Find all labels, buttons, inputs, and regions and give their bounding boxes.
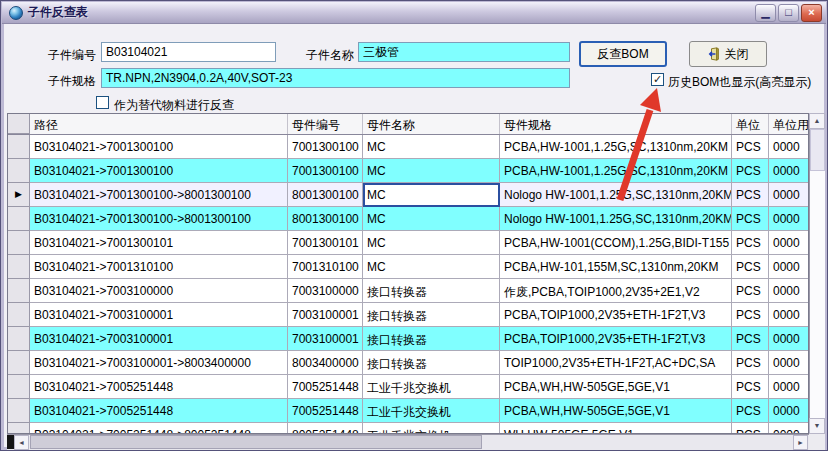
cell-unit[interactable]: PCS	[732, 279, 769, 303]
cell-unit-qty[interactable]: 0000	[769, 183, 809, 207]
cell-parent-spec[interactable]: PCBA,WH,HW-505GE,5GE,V1	[500, 375, 732, 399]
child-no-input[interactable]	[101, 42, 276, 62]
cell-parent-name[interactable]: 接口转换器	[363, 327, 500, 351]
cell-unit-qty[interactable]: 0000	[769, 351, 809, 375]
cell-parent-no[interactable]: 7003100001	[288, 327, 363, 351]
close-icon[interactable]: ×	[801, 4, 822, 22]
cell-parent-no[interactable]: 8001300100	[288, 207, 363, 231]
cell-parent-name[interactable]: MC	[363, 183, 500, 207]
cell-parent-no[interactable]: 7003100001	[288, 303, 363, 327]
substitute-checkbox[interactable]: ✓	[96, 96, 109, 109]
row-gutter-cell[interactable]	[8, 207, 30, 231]
cell-path[interactable]: B03104021->7001300100->8001300100	[30, 207, 288, 231]
scroll-right-icon[interactable]: ►	[793, 435, 808, 450]
row-gutter-cell[interactable]	[8, 375, 30, 399]
row-gutter-cell[interactable]	[8, 303, 30, 327]
cell-parent-spec[interactable]: PCBA,TOIP1000,2V35+ETH-1F2T,V3	[500, 303, 732, 327]
cell-path[interactable]: B03104021->7003100001	[30, 303, 288, 327]
cell-path[interactable]: B03104021->7001300100	[30, 159, 288, 183]
cell-parent-spec[interactable]: Nologo HW-1001,1.25G,SC,1310nm,20KM	[500, 207, 732, 231]
row-gutter-cell[interactable]	[8, 255, 30, 279]
cell-unit-qty[interactable]: 0000	[769, 207, 809, 231]
col-header-unit-qty[interactable]: 单位用量	[769, 114, 809, 134]
cell-parent-no[interactable]: 7001310100	[288, 255, 363, 279]
row-gutter-cell[interactable]	[8, 159, 30, 183]
cell-unit[interactable]: PCS	[732, 183, 769, 207]
cell-path[interactable]: B03104021->7001300100->8001300100	[30, 183, 288, 207]
cell-parent-name[interactable]: MC	[363, 135, 500, 159]
cell-path[interactable]: B03104021->7003100001->8003400000	[30, 351, 288, 375]
row-gutter-cell[interactable]	[8, 351, 30, 375]
col-header-unit[interactable]: 单位	[732, 114, 769, 134]
cell-parent-name[interactable]: 工业千兆交换机	[363, 423, 500, 434]
cell-unit[interactable]: PCS	[732, 255, 769, 279]
close-button[interactable]: 关闭	[689, 41, 767, 67]
cell-parent-name[interactable]: MC	[363, 231, 500, 255]
cell-parent-name[interactable]: 接口转换器	[363, 279, 500, 303]
reverse-bom-button[interactable]: 反查BOM	[579, 41, 667, 67]
minimize-icon[interactable]: ▁	[755, 4, 776, 22]
cell-parent-spec[interactable]: WH,HW-505GE,5GE,V1	[500, 423, 732, 434]
cell-parent-name[interactable]: 接口转换器	[363, 351, 500, 375]
cell-parent-name[interactable]: MC	[363, 255, 500, 279]
col-header-parent-no[interactable]: 母件编号	[288, 114, 363, 134]
cell-unit-qty[interactable]: 0000	[769, 135, 809, 159]
cell-parent-no[interactable]: 7001300100	[288, 159, 363, 183]
cell-unit-qty[interactable]: 0000	[769, 255, 809, 279]
cell-unit[interactable]: PCS	[732, 231, 769, 255]
maximize-icon[interactable]: □	[778, 4, 799, 22]
cell-parent-spec[interactable]: PCBA,HW-101,155M,SC,1310nm,20KM	[500, 255, 732, 279]
cell-unit-qty[interactable]: 0000	[769, 303, 809, 327]
cell-parent-name[interactable]: MC	[363, 159, 500, 183]
row-gutter-cell[interactable]: ▶	[8, 183, 30, 207]
row-gutter-cell[interactable]	[8, 135, 30, 159]
cell-path[interactable]: B03104021->7003100000	[30, 279, 288, 303]
cell-parent-spec[interactable]: PCBA,HW-1001(CCOM),1.25G,BIDI-T155	[500, 231, 732, 255]
cell-parent-spec[interactable]: PCBA,HW-1001,1.25G,SC,1310nm,20KM	[500, 159, 732, 183]
cell-parent-no[interactable]: 7003100000	[288, 279, 363, 303]
row-gutter-cell[interactable]	[8, 231, 30, 255]
cell-unit[interactable]: PCS	[732, 375, 769, 399]
cell-parent-spec[interactable]: 作废,PCBA,TOIP1000,2V35+2E1,V2	[500, 279, 732, 303]
cell-path[interactable]: B03104021->7005251448	[30, 375, 288, 399]
cell-parent-no[interactable]: 7005251448	[288, 375, 363, 399]
cell-unit-qty[interactable]: 0000	[769, 231, 809, 255]
cell-parent-name[interactable]: 接口转换器	[363, 303, 500, 327]
cell-unit[interactable]: PCS	[732, 135, 769, 159]
cell-path[interactable]: B03104021->7001300100	[30, 135, 288, 159]
cell-unit-qty[interactable]: 0000	[769, 159, 809, 183]
row-gutter-cell[interactable]	[8, 399, 30, 423]
col-header-parent-spec[interactable]: 母件规格	[500, 114, 732, 134]
cell-unit-qty[interactable]: 0000	[769, 399, 809, 423]
row-gutter-cell[interactable]	[8, 327, 30, 351]
scroll-up-icon[interactable]: ▲	[809, 113, 825, 129]
cell-unit[interactable]: PCS	[732, 351, 769, 375]
cell-unit[interactable]: PCS	[732, 423, 769, 434]
cell-parent-spec[interactable]: TOIP1000,2V35+ETH-1F2T,AC+DC,SA	[500, 351, 732, 375]
cell-path[interactable]: B03104021->7001300101	[30, 231, 288, 255]
cell-parent-spec[interactable]: PCBA,TOIP1000,2V35+ETH-1F2T,V3	[500, 327, 732, 351]
cell-parent-spec[interactable]: PCBA,HW-1001,1.25G,SC,1310nm,20KM	[500, 135, 732, 159]
cell-unit-qty[interactable]: 0000	[769, 375, 809, 399]
col-header-parent-name[interactable]: 母件名称	[363, 114, 500, 134]
history-bom-checkbox[interactable]: ✓	[651, 73, 664, 86]
cell-parent-name[interactable]: MC	[363, 207, 500, 231]
cell-unit-qty[interactable]: 0000	[769, 423, 809, 434]
cell-parent-no[interactable]: 8005251448	[288, 423, 363, 434]
row-gutter-cell[interactable]	[8, 279, 30, 303]
cell-parent-no[interactable]: 8001300100	[288, 183, 363, 207]
cell-path[interactable]: B03104021->7003100001	[30, 327, 288, 351]
cell-path[interactable]: B03104021->7005251448	[30, 399, 288, 423]
scroll-down-icon[interactable]: ▼	[809, 418, 825, 434]
cell-unit[interactable]: PCS	[732, 159, 769, 183]
cell-path[interactable]: B03104021->7001310100	[30, 255, 288, 279]
cell-parent-no[interactable]: 7001300100	[288, 135, 363, 159]
col-header-path[interactable]: 路径	[30, 114, 288, 134]
child-name-input[interactable]	[358, 42, 570, 62]
row-gutter-cell[interactable]	[8, 423, 30, 434]
cell-unit-qty[interactable]: 0000	[769, 279, 809, 303]
cell-parent-no[interactable]: 8003400000	[288, 351, 363, 375]
child-spec-input[interactable]	[101, 68, 570, 88]
cell-parent-name[interactable]: 工业千兆交换机	[363, 399, 500, 423]
cell-parent-spec[interactable]: Nologo HW-1001,1.25G,SC,1310nm,20KM	[500, 183, 732, 207]
